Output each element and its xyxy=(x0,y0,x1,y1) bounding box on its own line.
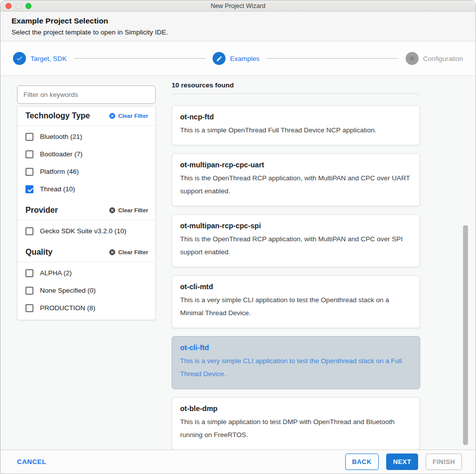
step-target-sdk[interactable]: Target, SDK xyxy=(13,52,67,65)
checkbox[interactable] xyxy=(25,133,33,141)
example-card-title: ot-cli-mtd xyxy=(180,283,412,291)
stepper-connector xyxy=(266,58,398,59)
example-card[interactable]: ot-multipan-rcp-cpc-uart This is the Ope… xyxy=(172,153,420,206)
example-card-title: ot-multipan-rcp-cpc-uart xyxy=(180,161,412,169)
clear-filter-icon xyxy=(109,249,116,256)
filter-option-label: Platform (46) xyxy=(40,168,79,175)
pencil-icon xyxy=(213,52,226,65)
example-card[interactable]: ot-cli-ftd This is a very simple CLI app… xyxy=(172,336,420,389)
results-divider xyxy=(172,93,420,97)
checkbox[interactable] xyxy=(25,287,33,295)
dialog-content: Technology Type Clear Filter Bluetooth (… xyxy=(0,76,476,451)
filter-section-title: Quality xyxy=(25,248,52,257)
filter-option-label: ALPHA (2) xyxy=(40,269,72,277)
filter-option[interactable]: None Specified (0) xyxy=(17,282,155,299)
filter-option[interactable]: Platform (46) xyxy=(17,163,155,180)
next-button[interactable]: NEXT xyxy=(386,454,418,470)
checkbox[interactable] xyxy=(25,227,33,235)
example-card-title: ot-ncp-ftd xyxy=(180,113,412,121)
step-configuration: Configuration xyxy=(406,52,463,65)
filter-section: Provider Clear Filter Gecko SDK Suite v3… xyxy=(17,201,155,243)
filter-option[interactable]: PRODUCTION (8) xyxy=(17,299,155,317)
filter-option-label: None Specified (0) xyxy=(40,287,96,294)
example-card-description: This is a very simple CLI application to… xyxy=(180,355,412,381)
filter-section-title: Technology Type xyxy=(25,111,90,120)
step-label: Configuration xyxy=(423,55,463,62)
filter-option-label: Gecko SDK Suite v3.2.0 (10) xyxy=(40,227,126,235)
clear-filter-icon xyxy=(109,207,116,214)
checkbox[interactable] xyxy=(25,269,33,277)
checkbox[interactable] xyxy=(25,185,33,193)
example-card[interactable]: ot-cli-mtd This is a very simple CLI app… xyxy=(172,275,420,328)
filter-section: Technology Type Clear Filter Bluetooth (… xyxy=(17,106,155,201)
window-titlebar: New Project Wizard xyxy=(0,0,476,11)
back-button[interactable]: BACK xyxy=(345,454,379,470)
example-card-description: This is the OpenThread RCP application, … xyxy=(180,172,412,198)
filter-option-label: PRODUCTION (8) xyxy=(40,304,95,312)
filter-section-title: Provider xyxy=(25,206,58,215)
check-icon xyxy=(13,52,26,65)
wizard-stepper: Target, SDK Examples Configuration xyxy=(0,41,476,76)
example-card-title: ot-cli-ftd xyxy=(180,344,412,352)
example-card-description: This is the OpenThread RCP application, … xyxy=(180,233,412,259)
clear-filter-button[interactable]: Clear Filter xyxy=(109,112,148,119)
cancel-button[interactable]: CANCEL xyxy=(17,458,46,466)
filter-option[interactable]: Thread (10) xyxy=(17,180,155,198)
clear-filter-button[interactable]: Clear Filter xyxy=(109,207,148,214)
stepper-connector xyxy=(74,58,206,59)
step-examples[interactable]: Examples xyxy=(213,52,259,65)
example-card[interactable]: ot-ncp-ftd This is a simple OpenThread F… xyxy=(172,105,420,145)
dialog-footer: CANCEL BACK NEXT FINISH xyxy=(0,450,476,474)
results-count: 10 resources found xyxy=(172,81,420,89)
page-title: Example Project Selection xyxy=(11,16,465,25)
dot-icon xyxy=(406,52,419,65)
dialog-header: Example Project Selection Select the pro… xyxy=(0,11,476,41)
clear-filter-label: Clear Filter xyxy=(118,207,148,213)
scrollbar-thumb[interactable] xyxy=(463,225,468,445)
checkbox[interactable] xyxy=(25,150,33,158)
example-card-description: This is a very simple CLI application to… xyxy=(180,294,412,320)
example-card[interactable]: ot-multipan-rcp-cpc-spi This is the Open… xyxy=(172,214,420,267)
clear-filter-button[interactable]: Clear Filter xyxy=(109,249,148,256)
filter-section: Quality Clear Filter ALPHA (2) None Spec… xyxy=(17,243,155,320)
keyword-filter-input[interactable] xyxy=(17,85,156,104)
clear-filter-label: Clear Filter xyxy=(118,113,148,119)
checkbox[interactable] xyxy=(25,304,33,312)
filter-option-label: Bluetooth (21) xyxy=(40,133,82,140)
page-subtitle: Select the project template to open in S… xyxy=(11,28,465,36)
results-panel: 10 resources found ot-ncp-ftd This is a … xyxy=(172,81,420,450)
example-card-description: This is a simple application to test DMP… xyxy=(180,416,412,442)
window-title: New Project Wizard xyxy=(0,2,476,9)
step-label: Examples xyxy=(230,55,259,62)
filter-option-label: Thread (10) xyxy=(40,185,75,193)
filter-option[interactable]: Gecko SDK Suite v3.2.0 (10) xyxy=(17,222,155,240)
example-card-title: ot-ble-dmp xyxy=(180,405,412,413)
example-card[interactable]: ot-ble-dmp This is a simple application … xyxy=(172,397,420,450)
filter-option[interactable]: Bootloader (7) xyxy=(17,145,155,163)
clear-filter-icon xyxy=(109,112,116,119)
finish-button[interactable]: FINISH xyxy=(426,454,462,470)
step-label: Target, SDK xyxy=(30,55,67,62)
filter-option[interactable]: ALPHA (2) xyxy=(17,264,155,282)
example-card-title: ot-multipan-rcp-cpc-spi xyxy=(180,222,412,230)
checkbox[interactable] xyxy=(25,168,33,176)
example-card-description: This is a simple OpenThread Full Thread … xyxy=(180,124,412,137)
new-project-wizard-window: New Project Wizard Example Project Selec… xyxy=(0,0,476,474)
filter-panel: Technology Type Clear Filter Bluetooth (… xyxy=(17,106,156,320)
clear-filter-label: Clear Filter xyxy=(118,249,148,255)
filter-option[interactable]: Bluetooth (21) xyxy=(17,128,155,145)
filter-option-label: Bootloader (7) xyxy=(40,150,83,158)
